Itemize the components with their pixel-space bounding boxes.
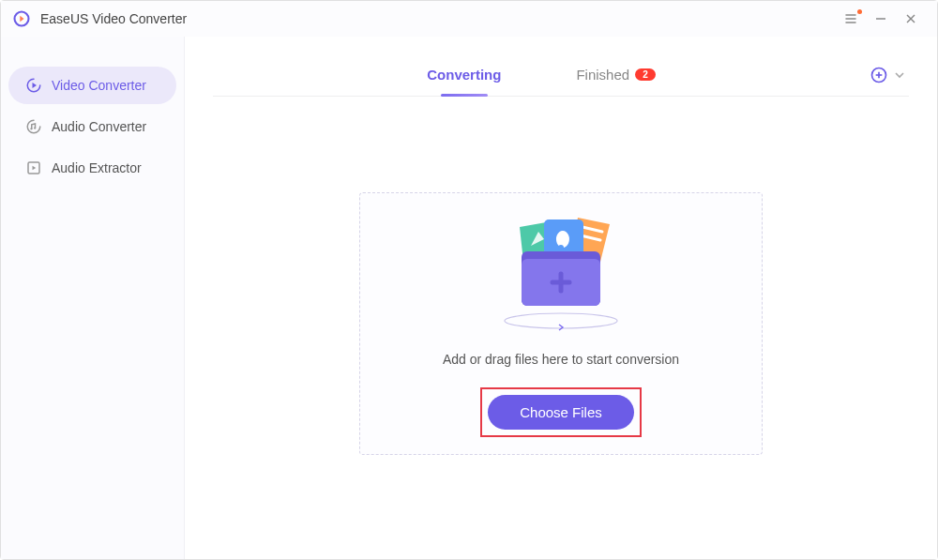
choose-files-highlight: Choose Files [480,387,642,437]
main-area: Converting Finished 2 [184,37,937,559]
sidebar-item-video-converter[interactable]: Video Converter [8,67,176,104]
svg-point-20 [558,245,564,250]
titlebar: EaseUS Video Converter [1,1,937,37]
tab-converting[interactable]: Converting [427,53,501,96]
tab-finished[interactable]: Finished 2 [576,53,655,96]
finished-count-badge: 2 [635,68,656,81]
svg-marker-7 [33,83,38,88]
choose-files-button[interactable]: Choose Files [488,395,634,430]
close-button[interactable] [896,4,926,34]
tabs-bar: Converting Finished 2 [213,53,909,97]
folder-illustration-icon [486,210,636,337]
sidebar-item-label: Audio Extractor [52,160,142,175]
sidebar-item-label: Video Converter [52,78,146,93]
add-dropdown-button[interactable] [894,69,905,81]
app-title: EaseUS Video Converter [40,11,187,26]
body-area: Video Converter Audio Converter [1,37,937,559]
tab-label: Finished [576,67,629,83]
svg-point-8 [30,128,32,129]
dropzone[interactable]: Add or drag files here to start conversi… [359,192,763,455]
sidebar-item-audio-converter[interactable]: Audio Converter [8,108,176,145]
app-window: EaseUS Video Converter [0,0,938,560]
minimize-button[interactable] [866,4,896,34]
app-logo-icon [12,9,31,28]
tab-label: Converting [427,67,501,83]
audio-extract-icon [25,159,42,176]
sidebar-item-label: Audio Converter [52,119,146,134]
dropzone-hint: Add or drag files here to start conversi… [443,352,679,367]
sidebar-item-audio-extractor[interactable]: Audio Extractor [8,149,176,187]
svg-point-9 [34,127,36,129]
audio-convert-icon [25,118,42,135]
notification-dot-icon [857,9,862,14]
svg-marker-11 [33,166,37,171]
content-area: Add or drag files here to start conversi… [213,97,909,531]
video-convert-icon [25,77,42,94]
sidebar: Video Converter Audio Converter [1,37,184,559]
menu-button[interactable] [836,4,866,34]
add-button[interactable] [870,66,888,84]
